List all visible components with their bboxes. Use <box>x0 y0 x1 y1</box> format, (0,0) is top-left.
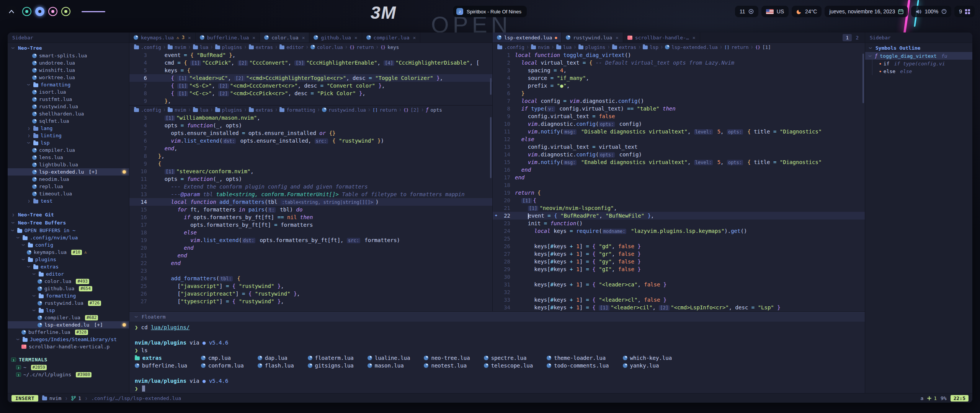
tree-file-worktree-lua[interactable]: worktree.lua <box>8 74 129 81</box>
close-icon[interactable]: × <box>616 35 619 41</box>
music-widget[interactable]: ♪ Spiritbox - Rule Of Nines <box>453 6 527 17</box>
tab-keymaps-lua[interactable]: keymaps.lua⚠3× <box>129 33 196 42</box>
breadcrumb-item-editor[interactable]: editor <box>279 44 304 50</box>
breadcrumb-item-2[interactable]: {}[2] <box>403 107 419 113</box>
breadcrumb-item-lua[interactable]: lua <box>193 107 209 113</box>
volume-pill[interactable]: 100% <box>911 6 951 17</box>
scrollbar-thumb[interactable] <box>490 78 492 95</box>
editor-pane-color-lua[interactable]: .config❯nvim❯lua❯plugins❯extras❯editor❯c… <box>129 43 492 106</box>
section-symbols-outline[interactable]: ❯ Symbols Outline <box>865 44 972 52</box>
launcher-button[interactable] <box>5 5 18 18</box>
tree-file-color-lua[interactable]: color.lua#493 <box>8 278 129 285</box>
tree-folder-config[interactable]: ❯config <box>8 241 129 249</box>
tree-folder-formatting[interactable]: ❯formatting <box>8 292 129 299</box>
tree-folder-formatting[interactable]: ❯formatting <box>8 81 129 88</box>
tree-file-sqlfmt-lua[interactable]: sqlfmt.lua <box>8 117 129 125</box>
code-lines[interactable]: 1local function toggle_diag_virtext() 2 … <box>493 51 865 311</box>
tree-folder-lang[interactable]: ❯lang <box>8 125 129 132</box>
breadcrumb-item-lsp[interactable]: lsp <box>643 44 658 50</box>
tree-file-winshift-lua[interactable]: winshift.lua <box>8 67 129 74</box>
tray-pill[interactable]: 9 <box>954 6 975 17</box>
workspace-app-icon[interactable] <box>35 7 44 16</box>
breadcrumb-item-extras[interactable]: extras <box>249 44 273 50</box>
section-neotree-git[interactable]: ❯ Neo-Tree Git <box>8 211 129 219</box>
breadcrumb-item-nvim[interactable]: nvim <box>168 44 186 50</box>
tab-color-lua[interactable]: color.lua× <box>260 33 309 42</box>
file-explorer[interactable]: ❯ Neo-Tree smart-splits.luaundotree.luaw… <box>8 43 129 393</box>
breadcrumb-item-color-lua[interactable]: color.lua <box>310 44 343 50</box>
breadcrumb-item-plugins[interactable]: plugins <box>578 44 606 50</box>
breadcrumb-item-return[interactable]: []return <box>724 44 748 50</box>
breadcrumb-item-config[interactable]: .config <box>134 107 161 113</box>
workspace-count-pill[interactable]: 11 <box>735 6 758 17</box>
tree-file-scrollbar-handle-vertical-p[interactable]: scrollbar-handle-vertical.p <box>8 343 129 350</box>
date-pill[interactable]: jueves, noviembre 16, 2023 <box>825 6 908 17</box>
tree-file-isort-lua[interactable]: isort.lua <box>8 88 129 96</box>
breadcrumb-item-keys[interactable]: {}keys <box>381 44 399 50</box>
breadcrumb-item-lsp-extended-lua[interactable]: lsp-extended.lua <box>665 44 717 50</box>
tree-folder-editor[interactable]: ❯editor <box>8 270 129 278</box>
tree-file-lsp-extended-lu[interactable]: lsp-extended.lu[+] <box>8 168 129 176</box>
close-icon[interactable]: × <box>302 35 305 41</box>
tab-scrollbar-handle[interactable]: scrollbar-handle-…× <box>623 33 700 42</box>
breadcrumb-item-nvim[interactable]: nvim <box>531 44 549 50</box>
tree-file-keymaps-lua[interactable]: keymaps.lua#10⚠ <box>8 249 129 256</box>
scrollbar-thumb[interactable] <box>862 54 864 103</box>
editor-pane-rustywind-lua[interactable]: .config❯nvim❯lua❯plugins❯extras❯formatti… <box>129 106 492 311</box>
terminal-output[interactable]: ❯ cd lua/plugins/nvim/lua/plugins via ● … <box>129 322 865 393</box>
close-icon[interactable]: × <box>693 35 696 41</box>
workspace-app-icon[interactable] <box>22 7 31 16</box>
tab-lsp-extended-lua[interactable]: lsp-extended.lua● <box>493 33 562 42</box>
scrollbar-thumb[interactable] <box>490 117 492 178</box>
weather-pill[interactable]: 24°C <box>792 6 822 17</box>
section-neotree[interactable]: ❯ Neo-Tree <box>8 44 129 52</box>
breadcrumb-item-extras[interactable]: extras <box>249 107 273 113</box>
tree-file-lens-lua[interactable]: lens.lua <box>8 154 129 161</box>
tab-rustywind-lua[interactable]: rustywind.lua× <box>562 33 623 42</box>
close-icon[interactable]: × <box>188 35 191 41</box>
tree-folder-juegos-indies-steamlibrary-st[interactable]: ❯Juegos/Indies/SteamLibrary/st <box>8 336 129 343</box>
tree-file-rustywind-lua[interactable]: rustywind.lua#726 <box>8 299 129 307</box>
close-icon[interactable]: × <box>413 35 416 41</box>
tab-bufferline-lua[interactable]: bufferline.lua× <box>196 33 260 42</box>
tree-file-rustywind-lua[interactable]: rustywind.lua <box>8 103 129 110</box>
breadcrumb-item-nvim[interactable]: nvim <box>168 107 186 113</box>
breadcrumb-item-plugins[interactable]: plugins <box>215 44 242 50</box>
section-neotree-buffers[interactable]: ❯ Neo-Tree Buffers <box>8 219 129 227</box>
tree-file-rustfmt-lua[interactable]: rustfmt.lua <box>8 96 129 103</box>
close-icon[interactable]: × <box>252 35 255 41</box>
breadcrumb-item-return[interactable]: {}return <box>350 44 374 50</box>
workspace-app-icon[interactable] <box>48 7 57 16</box>
tree-file-shellharden-lua[interactable]: shellharden.lua <box>8 110 129 117</box>
tree-file-lightbulb-lua[interactable]: lightbulb.lua <box>8 161 129 168</box>
tree-file-repl-lua[interactable]: repl.lua <box>8 183 129 190</box>
tree-folder-lsp[interactable]: ❯lsp <box>8 139 129 146</box>
tree-folder-plugins[interactable]: ❯plugins <box>8 256 129 263</box>
tree-folder-linting[interactable]: ❯linting <box>8 132 129 139</box>
tree-folder-test[interactable]: ❯test <box>8 197 129 205</box>
tree-file-bufferline-lua[interactable]: bufferline.lua#328 <box>8 328 129 336</box>
outline-item-else[interactable]: ◆elseelse <box>865 67 972 75</box>
breadcrumb-item-lua[interactable]: lua <box>556 44 572 50</box>
breadcrumb-item-rustywind-lua[interactable]: rustywind.lua <box>322 107 366 113</box>
tree-folder-extras[interactable]: ❯extras <box>8 263 129 270</box>
tabpage-2[interactable]: 2 <box>853 34 862 41</box>
tree-file-github-lua[interactable]: github.lua#654 <box>8 285 129 292</box>
code-lines[interactable]: 3 event = { "BufRead" }, 4 cmd = { [1]"C… <box>129 51 492 105</box>
tree-folder-lsp[interactable]: ❯lsp <box>8 307 129 314</box>
editor-pane-lsp-extended-lua[interactable]: .config❯nvim❯lua❯plugins❯extras❯lsp❯lsp-… <box>493 43 865 311</box>
workspace-app-icon[interactable] <box>61 7 70 16</box>
breadcrumb-item-formatting[interactable]: formatting <box>279 107 315 113</box>
tab-compiler-lua[interactable]: compiler.lua× <box>362 33 421 42</box>
outline-item-toggle-diag-virtext[interactable]: ❯ƒtoggle_diag_virtextfu <box>865 52 972 60</box>
taskbar-window-pill[interactable] <box>75 6 112 17</box>
tree-file-compiler-lua[interactable]: compiler.lua#682 <box>8 314 129 321</box>
section-terminals[interactable]: ❯ TERMINALS <box>8 356 129 364</box>
floaterm-header[interactable]: ❯ Floaterm <box>129 312 865 322</box>
outline-item-if[interactable]: ◆ifif type(config.vi <box>865 60 972 67</box>
close-icon[interactable]: × <box>354 35 358 41</box>
breadcrumb-item-1[interactable]: {}[1] <box>755 44 771 50</box>
tab-github-lua[interactable]: github.lua× <box>309 33 362 42</box>
breadcrumb-item-config[interactable]: .config <box>497 44 524 50</box>
tree-file-timeout-lua[interactable]: timeout.lua <box>8 190 129 197</box>
